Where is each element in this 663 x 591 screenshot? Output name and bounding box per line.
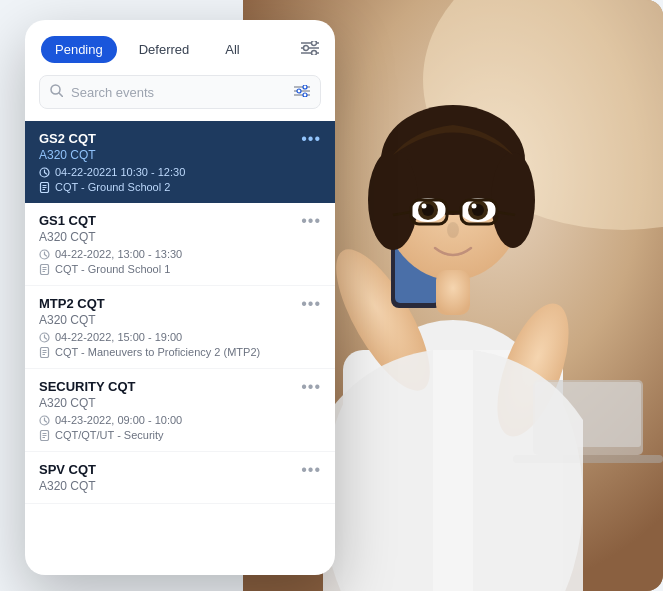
event-item-gs1cqt[interactable]: GS1 CQT A320 CQT ••• 04-22-2022, 13:00 -… (25, 203, 335, 286)
more-options-icon[interactable]: ••• (301, 379, 321, 395)
clock-icon (39, 167, 50, 178)
event-title: GS2 CQT (39, 131, 96, 146)
clock-icon (39, 332, 50, 343)
svg-point-42 (303, 85, 307, 89)
search-bar[interactable]: Search events (39, 75, 321, 109)
tab-deferred[interactable]: Deferred (125, 36, 204, 63)
svg-point-12 (491, 152, 535, 248)
more-options-icon[interactable]: ••• (301, 131, 321, 147)
phone-card: Pending Deferred All (25, 20, 335, 575)
svg-point-20 (472, 204, 477, 209)
clock-icon (39, 249, 50, 260)
svg-line-38 (59, 93, 63, 97)
more-options-icon[interactable]: ••• (301, 213, 321, 229)
event-subtitle: A320 CQT (39, 230, 96, 244)
event-item-securitycqt[interactable]: SECURITY CQT A320 CQT ••• 04-23-2022, 09… (25, 369, 335, 452)
document-icon (39, 430, 50, 441)
scene: Pending Deferred All (0, 0, 663, 591)
event-title: SECURITY CQT (39, 379, 136, 394)
event-document: CQT - Ground School 1 (39, 263, 321, 275)
event-document: CQT - Maneuvers to Proficiency 2 (MTP2) (39, 346, 321, 358)
document-icon (39, 182, 50, 193)
search-filter-icon[interactable] (294, 85, 310, 100)
search-placeholder: Search events (71, 85, 286, 100)
clock-icon (39, 415, 50, 426)
svg-point-16 (422, 204, 427, 209)
svg-line-47 (45, 172, 47, 174)
tab-bar: Pending Deferred All (25, 36, 335, 75)
svg-line-68 (45, 420, 47, 422)
event-title: GS1 CQT (39, 213, 96, 228)
filter-icon-top[interactable] (301, 41, 319, 59)
tab-all[interactable]: All (211, 36, 253, 63)
event-subtitle: A320 CQT (39, 148, 96, 162)
svg-point-34 (312, 41, 317, 46)
event-subtitle: A320 CQT (39, 479, 96, 493)
event-document: CQT - Ground School 2 (39, 181, 321, 193)
svg-point-26 (447, 222, 459, 238)
event-title: SPV CQT (39, 462, 96, 477)
svg-rect-27 (436, 270, 470, 315)
more-options-icon[interactable]: ••• (301, 462, 321, 478)
event-subtitle: A320 CQT (39, 313, 105, 327)
document-icon (39, 347, 50, 358)
event-list: GS2 CQT A320 CQT ••• 04-22-20221 10:30 -… (25, 121, 335, 560)
event-item-spvcqt[interactable]: SPV CQT A320 CQT ••• (25, 452, 335, 504)
svg-line-61 (45, 337, 47, 339)
svg-point-36 (312, 50, 317, 55)
tab-pending[interactable]: Pending (41, 36, 117, 63)
document-icon (39, 264, 50, 275)
event-item-mtp2cqt[interactable]: MTP2 CQT A320 CQT ••• 04-22-2022, 15:00 … (25, 286, 335, 369)
svg-point-11 (368, 150, 418, 250)
event-item-gs2cqt[interactable]: GS2 CQT A320 CQT ••• 04-22-20221 10:30 -… (25, 121, 335, 203)
svg-point-44 (303, 93, 307, 97)
event-datetime: 04-22-20221 10:30 - 12:30 (39, 166, 321, 178)
event-document: CQT/QT/UT - Security (39, 429, 321, 441)
svg-point-35 (304, 45, 309, 50)
svg-point-43 (297, 89, 301, 93)
event-datetime: 04-23-2022, 09:00 - 10:00 (39, 414, 321, 426)
event-title: MTP2 CQT (39, 296, 105, 311)
svg-line-54 (45, 254, 47, 256)
event-datetime: 04-22-2022, 15:00 - 19:00 (39, 331, 321, 343)
search-icon (50, 84, 63, 100)
more-options-icon[interactable]: ••• (301, 296, 321, 312)
event-subtitle: A320 CQT (39, 396, 136, 410)
event-datetime: 04-22-2022, 13:00 - 13:30 (39, 248, 321, 260)
